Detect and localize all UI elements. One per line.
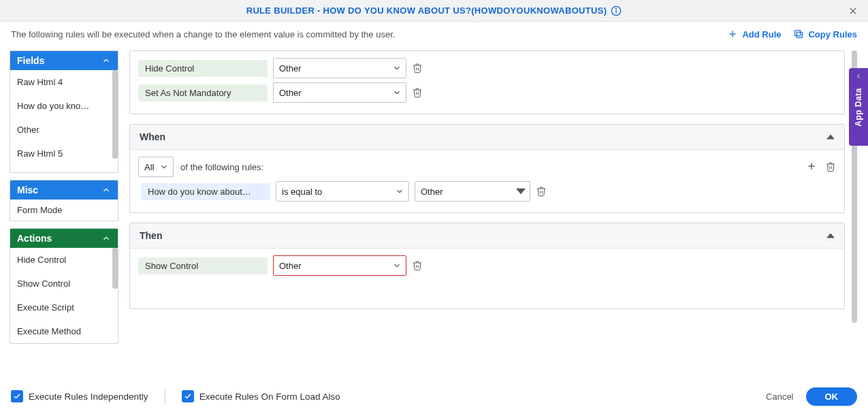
top-row: Hide Control Other [138,58,836,78]
when-title: When [140,131,165,142]
fields-panel: Fields Raw Html 4 How do you kno… Other … [10,50,118,173]
copy-rules-button[interactable]: Copy Rules [793,29,857,39]
divider [165,389,165,404]
chevron-up-icon [101,234,111,243]
actions-panel: Actions Hide Control Show Control Execut… [10,228,118,344]
app-data-dock[interactable]: App Data [849,68,868,146]
copy-rules-label: Copy Rules [808,29,857,39]
toolbar: The following rules will be executed whe… [0,22,868,50]
chk2-label: Execute Rules On Form Load Also [199,392,340,402]
chevron-up-icon [101,185,111,195]
field-item[interactable]: Raw Html 4 [10,70,118,94]
collapse-up-icon [826,133,835,141]
svg-marker-12 [516,189,526,194]
caret-down-icon [516,187,526,196]
then-row: Show Control Other [138,255,836,276]
action-token[interactable]: Set As Not Mandatory [138,84,268,101]
actions-header[interactable]: Actions [10,229,118,248]
add-rule-button[interactable]: Add Rule [727,29,781,39]
chevron-left-icon [854,72,863,80]
checkbox-checked-icon [11,390,23,402]
quantifier-suffix: of the following rules: [180,162,263,172]
dialog-footer: Execute Rules Independently Execute Rule… [0,379,868,414]
when-card: When All of the following rules: [129,124,845,213]
app-data-label: App Data [854,88,863,127]
cancel-button[interactable]: Cancel [766,392,793,402]
close-icon[interactable] [846,4,860,18]
actions-scroll-thumb[interactable] [112,248,118,289]
misc-item[interactable]: Form Mode [10,200,118,221]
dropdown-value: is equal to [282,187,322,197]
add-rule-label: Add Rule [742,29,781,39]
value-dropdown[interactable]: Other [273,82,406,103]
value-dropdown-highlighted[interactable]: Other [273,255,406,276]
chevron-down-icon [395,187,404,196]
action-item[interactable]: Execute Script [10,296,118,319]
dialog-title-wrap: RULE BUILDER - HOW DO YOU KNOW ABOUT US?… [246,5,622,16]
sidebar: Fields Raw Html 4 How do you kno… Other … [10,50,118,369]
dropdown-value: Other [421,187,443,197]
misc-title: Misc [17,185,38,195]
value-dropdown[interactable]: Other [273,58,406,78]
delete-row-button[interactable] [412,63,423,74]
execute-on-load-checkbox[interactable]: Execute Rules On Form Load Also [182,390,340,402]
chk1-label: Execute Rules Independently [29,392,148,402]
action-item[interactable]: Execute Method [10,319,118,343]
svg-point-2 [615,7,617,9]
svg-rect-8 [795,31,801,36]
dropdown-value: All [144,162,154,172]
svg-marker-9 [826,134,835,139]
misc-panel: Misc Form Mode [10,180,118,221]
delete-row-button[interactable] [536,186,547,197]
svg-rect-7 [797,32,803,37]
dialog-title: RULE BUILDER - HOW DO YOU KNOW ABOUT US?… [246,5,607,16]
info-icon[interactable] [611,5,622,16]
chevron-down-icon [392,88,402,97]
field-item[interactable]: Other [10,118,118,142]
fields-title: Fields [17,55,44,66]
rules-canvas: Hide Control Other Set As Not Mandatory … [129,50,868,369]
chevron-down-icon [159,162,169,172]
when-header[interactable]: When [130,125,844,150]
then-title: Then [140,230,162,241]
field-item[interactable]: Raw Html 5 [10,142,118,165]
chevron-down-icon [392,261,402,270]
dropdown-value: Other [279,88,302,98]
then-card: Then Show Control Other [129,223,845,309]
top-actions-card: Hide Control Other Set As Not Mandatory … [129,50,845,114]
action-token[interactable]: Show Control [138,257,268,274]
misc-header[interactable]: Misc [10,180,118,200]
checkbox-checked-icon [182,390,194,402]
execute-independently-checkbox[interactable]: Execute Rules Independently [11,390,148,402]
when-row: How do you know about… is equal to Other [141,181,836,202]
add-condition-button[interactable] [806,161,817,174]
top-row: Set As Not Mandatory Other [138,82,836,103]
svg-marker-13 [826,233,835,238]
action-item[interactable]: Hide Control [10,248,118,272]
dropdown-value: Other [279,261,302,271]
when-quantifier-row: All of the following rules: [138,157,836,177]
action-item[interactable]: Show Control [10,272,118,296]
actions-title: Actions [17,233,52,244]
toolbar-description: The following rules will be executed whe… [11,29,395,39]
field-token[interactable]: How do you know about… [141,183,270,200]
collapse-up-icon [826,232,835,240]
fields-header[interactable]: Fields [10,51,118,70]
then-header[interactable]: Then [130,223,844,249]
operator-dropdown[interactable]: is equal to [276,181,409,202]
delete-row-button[interactable] [412,87,423,98]
dropdown-value: Other [279,63,302,74]
fields-scroll-thumb[interactable] [112,70,118,159]
delete-row-button[interactable] [412,260,423,271]
chevron-down-icon [392,63,402,73]
delete-group-button[interactable] [825,161,836,172]
action-token[interactable]: Hide Control [138,60,268,77]
value-dropdown[interactable]: Other [415,181,530,202]
ok-button[interactable]: OK [806,387,858,406]
field-item[interactable]: How do you kno… [10,94,118,118]
quantifier-dropdown[interactable]: All [138,157,174,177]
dialog-header: RULE BUILDER - HOW DO YOU KNOW ABOUT US?… [0,0,868,22]
toolbar-actions: Add Rule Copy Rules [727,29,857,39]
chevron-up-icon [101,56,111,65]
